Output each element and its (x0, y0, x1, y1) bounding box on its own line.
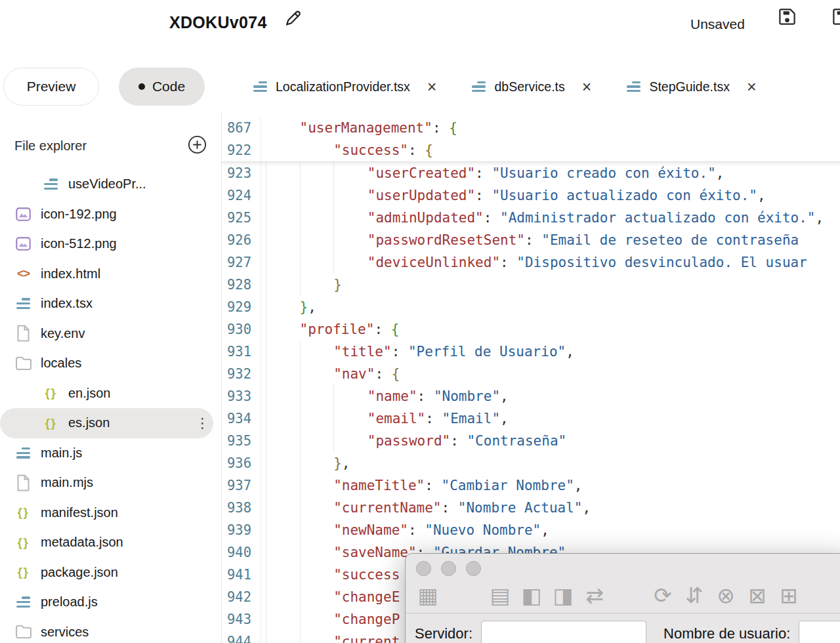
code-line-923: 923 "userCreated": "Usuario creado con é… (222, 162, 840, 184)
file-item-preload-js[interactable]: preload.js (0, 587, 213, 617)
quickconnect-bar: Servidor: Nombre de usuario: (406, 613, 840, 643)
code-line-931: 931 "title": "Perfil de Usuario", (222, 341, 840, 363)
code-line-934: 934 "email": "Email", (222, 407, 840, 430)
save-button[interactable] (777, 7, 797, 29)
minimize-button[interactable] (441, 561, 456, 576)
pencil-icon (282, 21, 303, 31)
json-file-icon: {} (14, 565, 32, 579)
file-item-index-html[interactable]: <>index.html (0, 259, 213, 289)
file-name: icon-512.png (41, 236, 117, 251)
line-number: 928 (222, 274, 261, 296)
tab-localizationprovider-tsx[interactable]: LocalizationProvider.tsx × (253, 79, 436, 95)
tab-stepguide-tsx[interactable]: StepGuide.tsx × (627, 79, 756, 95)
tab-label: StepGuide.tsx (649, 79, 729, 94)
line-number: 935 (222, 430, 261, 452)
tab-bar: LocalizationProvider.tsx × dbService.ts … (253, 66, 756, 108)
file-item-main-mjs[interactable]: main.mjs (0, 468, 213, 498)
file-item-main-js[interactable]: main.js (0, 438, 213, 468)
code-line-926: 926 "passwordResetSent": "Email de reset… (222, 229, 840, 251)
tab-close-icon[interactable]: × (582, 79, 592, 95)
file-list: useVideoPr... icon-192.png icon-512.png … (0, 169, 221, 643)
page-title: XDOKUv074 (169, 13, 267, 32)
username-input[interactable] (799, 621, 840, 643)
line-number: 940 (222, 541, 261, 564)
save-partial-icon (831, 19, 840, 29)
file-name: main.mjs (41, 475, 93, 490)
reconnect-icon[interactable]: ⊞ (773, 585, 805, 606)
line-number: 933 (222, 385, 261, 407)
cancel-icon[interactable]: ⊗ (710, 585, 742, 606)
code-line-939: 939 "newName": "Nuevo Nombre", (222, 519, 840, 541)
code-file-lines (16, 447, 30, 459)
tab-dbservice-ts[interactable]: dbService.ts × (472, 79, 591, 95)
close-button[interactable] (416, 561, 431, 576)
disconnect-icon[interactable]: ⊠ (742, 585, 773, 606)
code-line-925: 925 "adminUpdated": "Administrador actua… (222, 207, 840, 229)
file-lines-icon (627, 81, 640, 93)
file-item-metadata-json[interactable]: {}metadata.json (0, 528, 213, 558)
site-manager-icon[interactable]: ▦ (412, 585, 444, 606)
file-name: manifest.json (41, 505, 118, 520)
file-name: key.env (41, 326, 85, 341)
zoom-button[interactable] (466, 561, 481, 576)
line-number: 926 (222, 229, 261, 251)
app-header: XDOKUv074 Unsaved (0, 0, 840, 55)
preview-label: Preview (27, 79, 76, 94)
file-item-package-json[interactable]: {}package.json (0, 558, 213, 588)
file-item-locales[interactable]: locales (0, 348, 213, 379)
image-file-icon (14, 236, 32, 252)
tab-label: dbService.ts (494, 79, 564, 94)
file-name: es.json (68, 415, 110, 430)
save-partial-button[interactable] (831, 7, 840, 29)
code-line-867: 867 "userManagement": { (222, 117, 840, 139)
file-item-key-env[interactable]: key.env (0, 319, 213, 349)
server-input[interactable] (481, 621, 646, 643)
file-item-icon-192-png[interactable]: icon-192.png (0, 199, 213, 230)
file-item-manifest-json[interactable]: {}manifest.json (0, 498, 213, 528)
file-item-index-tsx[interactable]: index.tsx (0, 289, 213, 319)
transfer-queue-icon[interactable]: ⇄ (579, 585, 610, 606)
code-line-930: 930 "profile": { (222, 318, 840, 341)
file-item-icon-512-png[interactable]: icon-512.png (0, 229, 213, 259)
file-lines-icon (253, 81, 267, 93)
tab-close-icon[interactable]: × (427, 79, 437, 95)
add-file-button[interactable] (188, 135, 207, 156)
line-number: 939 (222, 519, 261, 541)
code-label: Code (152, 79, 185, 94)
file-icon (14, 474, 32, 491)
file-item-es-json[interactable]: {}es.json ⋮ (0, 408, 213, 438)
code-line-922: 922 "success": { (222, 139, 840, 161)
line-number: 922 (222, 139, 261, 161)
file-item-usevideopr[interactable]: useVideoPr... (0, 169, 213, 199)
file-explorer-title: File explorer (14, 138, 87, 154)
file-item-services[interactable]: services (0, 617, 213, 643)
code-line-938: 938 "currentName": "Nombre Actual", (222, 497, 840, 519)
code-file-lines (16, 298, 30, 309)
file-item-en-json[interactable]: {}en.json (0, 379, 213, 409)
line-number: 924 (222, 184, 261, 207)
preview-button[interactable]: Preview (3, 68, 99, 106)
remote-treeview-icon[interactable]: ◨ (547, 585, 579, 606)
tab-label: LocalizationProvider.tsx (276, 79, 410, 94)
local-treeview-icon[interactable]: ◧ (516, 585, 547, 606)
code-file-lines (44, 178, 58, 190)
line-number: 929 (222, 296, 261, 318)
tab-close-icon[interactable]: × (747, 79, 757, 95)
line-number: 927 (222, 251, 261, 274)
file-lines-icon (472, 81, 486, 93)
code-button[interactable]: Code (119, 68, 205, 106)
ftp-toolbar: ▦▤◧◨⇄⟳⇵⊗⊠⊞ (406, 578, 840, 613)
message-log-icon[interactable]: ▤ (484, 585, 516, 606)
file-explorer: File explorer useVideoPr... icon-192.png… (0, 112, 221, 643)
refresh-icon[interactable]: ⟳ (647, 585, 679, 606)
line-number: 937 (222, 474, 261, 497)
window-controls (406, 554, 840, 576)
process-queue-icon[interactable]: ⇵ (679, 585, 710, 606)
code-line-928: 928 } (222, 274, 840, 296)
line-number: 936 (222, 452, 261, 474)
line-number: 938 (222, 497, 261, 519)
line-number: 923 (222, 162, 261, 184)
edit-title-button[interactable] (282, 8, 303, 31)
kebab-menu-icon[interactable]: ⋮ (196, 415, 213, 431)
line-number: 931 (222, 341, 261, 363)
